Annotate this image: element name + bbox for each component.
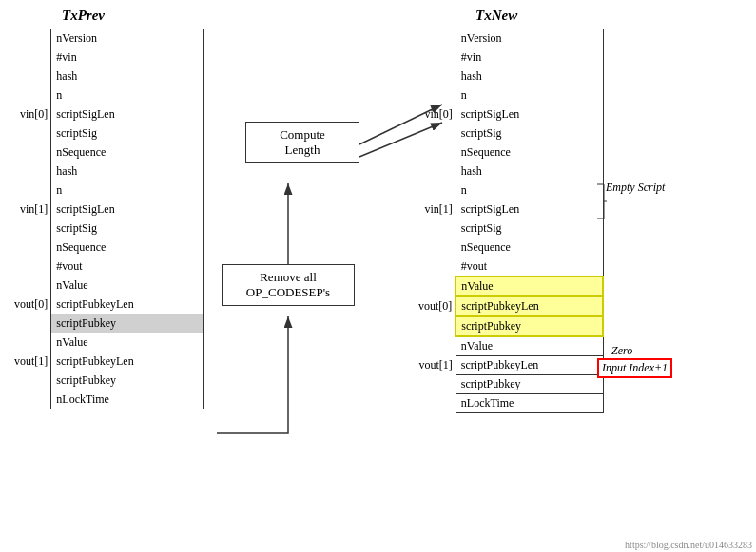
cell: scriptSig <box>51 219 204 238</box>
cell: #vout <box>456 257 603 277</box>
cell: scriptPubkeyLen <box>51 295 204 314</box>
row-label <box>414 257 456 277</box>
cell: nValue <box>51 276 204 295</box>
empty-script-annotation: Empty Script <box>606 181 665 195</box>
vin0-label: vin[0] <box>10 67 51 162</box>
txprev-title: TxPrev <box>62 8 105 24</box>
cell: scriptPubkey <box>51 371 204 390</box>
cell: n <box>456 86 603 105</box>
cell: scriptSig <box>51 124 204 143</box>
vout0-label: vout[0] <box>414 276 456 336</box>
table-row: vin[1] hash <box>10 162 204 181</box>
cell: scriptSigLen <box>51 200 204 219</box>
row-label <box>414 394 456 413</box>
row-label <box>10 257 51 276</box>
row-label <box>10 390 51 409</box>
table-row: nLockTime <box>10 390 204 409</box>
remove-codesep-box: Remove allOP_CODESEP's <box>222 264 355 306</box>
cell: nValue <box>456 336 603 356</box>
cell: nSequence <box>51 143 204 162</box>
vout0-label: vout[0] <box>10 276 51 333</box>
table-row: nLockTime <box>414 394 603 413</box>
cell: nSequence <box>456 238 603 257</box>
cell: scriptPubkeyLen <box>456 356 603 375</box>
table-row: vout[0] nValue <box>10 276 204 295</box>
scriptpubkey-shaded-cell: scriptPubkey <box>51 314 204 333</box>
nlocktime-cell: nLockTime <box>51 390 204 409</box>
txnew-title: TxNew <box>475 8 517 24</box>
table-row: #vin <box>414 48 603 67</box>
cell: hash <box>456 162 603 181</box>
table-row: vin[0] hash <box>414 67 603 86</box>
cell: nLockTime <box>456 394 603 413</box>
table-row: vout[0] nValue <box>414 276 603 296</box>
table-row: vout[1] nValue <box>10 333 204 352</box>
cell: nValue <box>51 333 204 352</box>
cell: n <box>51 181 204 200</box>
txnew-table: nVersion #vin vin[0] hash n scriptSigLen… <box>414 29 604 413</box>
cell: nSequence <box>51 238 204 257</box>
zero-annotation: Zero <box>611 344 632 358</box>
vout1-label: vout[1] <box>10 333 51 390</box>
watermark: https://blog.csdn.net/u014633283 <box>625 540 752 550</box>
table-row: vin[0] hash <box>10 67 204 86</box>
cell: scriptSigLen <box>51 105 204 124</box>
nvin-cell: #vin <box>51 48 204 67</box>
nvalue-highlight-cell: nValue <box>456 276 603 296</box>
txprev-table: nVersion #vin vin[0] hash n scriptSigLen… <box>10 29 204 409</box>
compute-length-box: ComputeLength <box>245 122 359 163</box>
row-label <box>10 29 51 48</box>
row-label <box>414 48 456 67</box>
row-label <box>414 29 456 48</box>
cell: n <box>456 181 603 200</box>
table-row: #vin <box>10 48 204 67</box>
cell: hash <box>456 67 603 86</box>
diagram-container: TxPrev TxNew nVersion #vin vin[0] hash n… <box>0 0 756 552</box>
remove-codesep-label: Remove allOP_CODESEP's <box>246 270 330 299</box>
cell: nVersion <box>456 29 603 48</box>
table-row: nVersion <box>10 29 204 48</box>
vin0-label: vin[0] <box>414 67 456 162</box>
cell: #vin <box>456 48 603 67</box>
vin1-label: vin[1] <box>10 162 51 257</box>
table-row: vin[1] hash <box>414 162 603 181</box>
vout1-label: vout[1] <box>414 336 456 394</box>
nversion-cell: nVersion <box>51 29 204 48</box>
cell: n <box>51 86 204 105</box>
table-row: nVersion <box>414 29 603 48</box>
cell: scriptPubkeyLen <box>51 352 204 371</box>
table-row: vout[1] nValue <box>414 336 603 356</box>
cell: scriptSigLen <box>456 200 603 219</box>
table-row: #vout <box>414 257 603 277</box>
scriptpubkey-highlight-cell: scriptPubkey <box>456 316 603 336</box>
vin1-label: vin[1] <box>414 162 456 257</box>
compute-length-label: ComputeLength <box>280 127 325 157</box>
row-label <box>10 48 51 67</box>
cell: hash <box>51 162 204 181</box>
cell: nSequence <box>456 143 603 162</box>
cell: scriptSigLen <box>456 105 603 124</box>
cell: scriptSig <box>456 124 603 143</box>
cell: hash <box>51 67 204 86</box>
table-row: #vout <box>10 257 204 276</box>
input-index-annotation: Input Index+1 <box>597 358 672 378</box>
scriptpubkeylen-highlight-cell: scriptPubkeyLen <box>456 296 603 316</box>
cell: scriptPubkey <box>456 375 603 394</box>
cell: scriptSig <box>456 219 603 238</box>
nvout-cell: #vout <box>51 257 204 276</box>
